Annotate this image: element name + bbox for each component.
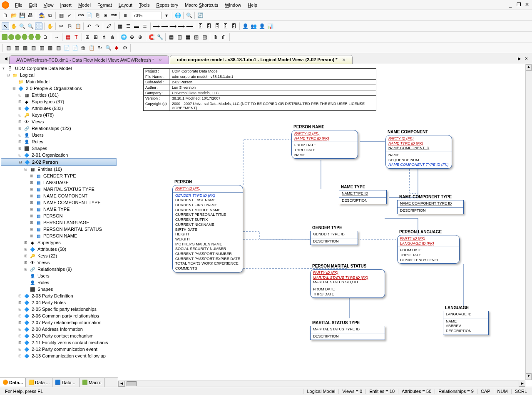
repo5-icon[interactable]: ▥ xyxy=(38,44,45,52)
shape-oval-icon[interactable] xyxy=(8,34,14,40)
text-block-icon[interactable]: ▤ xyxy=(64,33,72,41)
shape-rect-icon[interactable] xyxy=(2,34,7,40)
btab-data2[interactable]: 🟨Data ... xyxy=(26,378,52,387)
menu-window[interactable]: Window xyxy=(221,2,244,8)
tree-entity[interactable]: ⊞▦MARITAL STATUS TYPE xyxy=(1,186,117,192)
hand-icon[interactable]: ✋ xyxy=(46,22,54,30)
tree-submodel[interactable]: ⊞🔷2-05 Specific party relationships xyxy=(1,306,117,312)
menu-insert[interactable]: Insert xyxy=(57,2,75,8)
stack-icon[interactable]: ≣ xyxy=(141,22,149,30)
tree-item[interactable]: ⊞🔑Keys (22) xyxy=(1,252,117,259)
rel4-icon[interactable]: ⟶ xyxy=(177,22,185,30)
xsd-icon[interactable]: XSD xyxy=(77,12,85,19)
net2-icon[interactable]: ⊕ xyxy=(137,33,144,41)
menu-format[interactable]: Format xyxy=(94,2,115,8)
btab-data[interactable]: 🟠Data... xyxy=(0,378,26,387)
dist1-icon[interactable]: ⫚ xyxy=(212,33,219,41)
shape-hex-icon[interactable] xyxy=(22,34,27,40)
shape-page-icon[interactable]: 🗋 xyxy=(42,33,49,41)
tree-people-org[interactable]: ⊟🔷2-0 People & Organizations xyxy=(1,85,117,92)
repo10-icon[interactable]: 🗑 xyxy=(80,44,87,52)
scrollbar-horizontal[interactable]: ◀▶ xyxy=(118,380,525,387)
entity-person-marital[interactable]: PERSON MARITAL STATUS PARTY ID (FK)MARIT… xyxy=(310,269,385,298)
tab-close[interactable]: ✕ xyxy=(523,56,530,61)
new-icon[interactable]: 🗋 xyxy=(2,12,9,19)
minimize-button[interactable]: _ xyxy=(507,2,514,8)
zoom-in-icon[interactable]: 🔍 xyxy=(18,22,26,30)
ddl-icon[interactable]: ▦ xyxy=(57,12,65,19)
find-icon[interactable]: 🔍 xyxy=(185,12,193,19)
chart-icon[interactable]: 📊 xyxy=(266,22,274,30)
tree-submodel[interactable]: ⊞🔷2-06 Common party relationships xyxy=(1,312,117,319)
tree-submodel[interactable]: ⊞🔷2-03 Party Definition xyxy=(1,292,117,299)
tree-entity[interactable]: ⊞▦PERSON MARITAL STATUS xyxy=(1,226,117,232)
tree-item[interactable]: ⊞👁Views xyxy=(1,259,117,266)
user-icon[interactable]: 👤 xyxy=(241,22,249,30)
tool-icon[interactable]: 🔧 xyxy=(156,33,164,41)
tree-submodel[interactable]: ⊞🔷2-10 Party contact mechanism xyxy=(1,332,117,339)
text-icon[interactable]: T xyxy=(72,33,80,41)
highlight-icon[interactable]: 🖍 xyxy=(105,22,112,30)
tree-item[interactable]: ⊞👁Views xyxy=(1,118,117,125)
repo4-icon[interactable]: ▥ xyxy=(30,44,37,52)
menu-view[interactable]: View xyxy=(40,2,57,8)
repo6-icon[interactable]: ▥ xyxy=(46,44,54,52)
layout2-icon[interactable]: ⊞ xyxy=(92,33,99,41)
role-icon[interactable]: 👤 xyxy=(258,22,266,30)
web-icon[interactable]: 🌐 xyxy=(174,12,181,19)
repo7-icon[interactable]: ▥ xyxy=(55,44,62,52)
rel1-icon[interactable]: ⟶ xyxy=(152,22,160,30)
tree-item[interactable]: ⬛Shapes xyxy=(1,286,117,292)
tree-submodel[interactable]: ⊞🔷2-11 Facility versus contact mechanis xyxy=(1,339,117,346)
pan-icon[interactable]: ✋ xyxy=(10,22,17,30)
display-icon[interactable]: ▬ xyxy=(133,22,140,30)
html-icon[interactable]: XSD xyxy=(110,12,118,19)
earth-icon[interactable]: 🌐 xyxy=(120,33,127,41)
tree-item[interactable]: ⊞◆Supertypes (37) xyxy=(1,98,117,105)
report-icon[interactable]: 📄 xyxy=(85,12,93,19)
tree-item[interactable]: ⊞◆Supertypes xyxy=(1,239,117,246)
pointer-icon[interactable]: ↖ xyxy=(2,22,9,30)
print-icon[interactable]: 🖶 xyxy=(27,12,34,19)
tree-person[interactable]: ⊟🔷2-02 Person xyxy=(1,158,117,166)
align5-icon[interactable]: ▨ xyxy=(201,33,208,41)
tab-scroll-left[interactable]: ◀ xyxy=(2,56,9,61)
menu-layout[interactable]: Layout xyxy=(115,2,136,8)
shape-diamond-icon[interactable] xyxy=(35,34,41,40)
entity-person-name[interactable]: PERSON NAME PARTY ID (FK)NAME TYPE ID (F… xyxy=(291,130,358,159)
db3-icon[interactable]: 🗄 xyxy=(214,22,221,30)
tab-awdw[interactable]: AWDWRefresh-TCD.dm1 - Data Flow Model Vi… xyxy=(9,55,169,64)
repo13-icon[interactable]: 🔍 xyxy=(104,44,112,52)
menu-edit[interactable]: Edit xyxy=(26,2,40,8)
tree-entity[interactable]: ⊞▦PERSON LANGUAGE xyxy=(1,219,117,226)
menu-model[interactable]: Model xyxy=(75,2,94,8)
menu-tools[interactable]: Tools xyxy=(136,2,153,8)
tree-entity[interactable]: ⊞▦NAME COMPONENT TYPE xyxy=(1,199,117,206)
tree-root[interactable]: ▾🗄UDM Corporate Data Model xyxy=(1,65,117,72)
cut-icon[interactable]: ✂ xyxy=(57,22,65,30)
layers-icon[interactable]: ≡ xyxy=(122,12,129,19)
users-icon[interactable]: 👥 xyxy=(250,22,257,30)
tree[interactable]: ▾🗄UDM Corporate Data Model ⊟📁Logical 📁Ma… xyxy=(0,64,118,378)
net1-icon[interactable]: ⊕ xyxy=(128,33,136,41)
copy-icon[interactable]: ⎘ xyxy=(66,22,73,30)
compare-icon[interactable]: ⧉ xyxy=(46,12,54,19)
zoom-area-icon[interactable]: ⛶ xyxy=(35,22,42,30)
list-icon[interactable]: ☰ xyxy=(124,22,132,30)
rel2-icon[interactable]: ⟶ xyxy=(161,22,168,30)
open-icon[interactable]: 📂 xyxy=(10,12,17,19)
btab-macro[interactable]: 🟩Macro xyxy=(80,378,104,387)
repo14-icon[interactable]: ✱ xyxy=(113,44,120,52)
refresh-icon[interactable]: 🔄 xyxy=(196,12,204,19)
db5-icon[interactable]: 🗄 xyxy=(230,22,238,30)
db1-icon[interactable]: 🗄 xyxy=(197,22,204,30)
zoom-select[interactable] xyxy=(133,12,162,19)
align2-icon[interactable]: ▥ xyxy=(176,33,183,41)
tree-item[interactable]: ⊞🔗Relationships (9) xyxy=(1,266,117,272)
menu-repository[interactable]: Repository xyxy=(153,2,181,8)
tree-item[interactable]: ⊞👤Users xyxy=(1,132,117,138)
tree-org[interactable]: ⊞🔷2-01 Organization xyxy=(1,152,117,158)
repo15-icon[interactable]: ⚙ xyxy=(121,44,129,52)
tab-close-icon[interactable]: ✕ xyxy=(159,58,162,62)
scrollbar-vertical[interactable]: ▲▼ xyxy=(525,64,532,380)
